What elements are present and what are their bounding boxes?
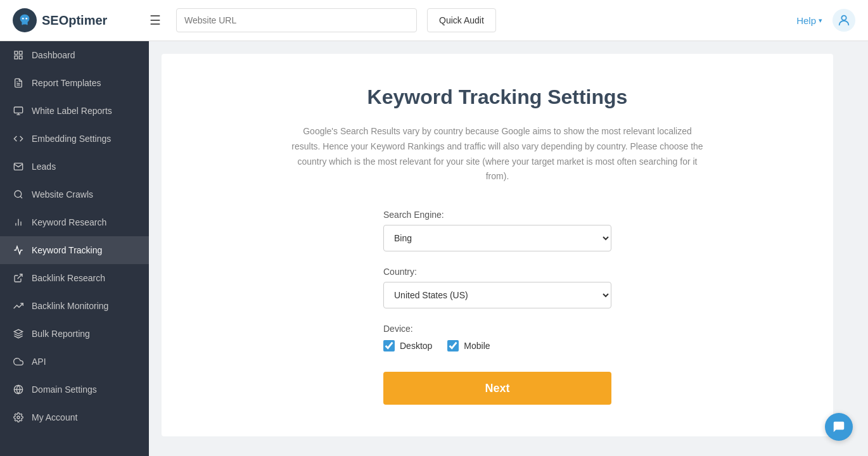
device-checkbox-desktop[interactable] bbox=[383, 340, 395, 352]
svg-rect-5 bbox=[15, 56, 18, 59]
logo-text: SEOptimer bbox=[42, 13, 107, 28]
sidebar-item-label-white-label-reports: White Label Reports bbox=[32, 106, 112, 116]
logo-icon bbox=[13, 8, 37, 32]
device-label: Device: bbox=[383, 324, 611, 334]
page-title: Keyword Tracking Settings bbox=[187, 86, 808, 109]
globe-icon bbox=[13, 384, 24, 395]
sidebar-item-dashboard[interactable]: Dashboard bbox=[0, 41, 149, 69]
svg-point-21 bbox=[17, 416, 20, 419]
grid-icon bbox=[13, 49, 24, 61]
svg-marker-18 bbox=[14, 329, 22, 334]
sidebar-item-website-crawls[interactable]: Website Crawls bbox=[0, 180, 149, 208]
next-button[interactable]: Next bbox=[383, 372, 611, 405]
sidebar-item-backlink-monitoring[interactable]: Backlink Monitoring bbox=[0, 292, 149, 320]
device-options: DesktopMobile bbox=[383, 340, 611, 352]
sidebar-item-label-leads: Leads bbox=[32, 162, 56, 172]
settings-form: Search Engine: GoogleBingYahoo Country: … bbox=[383, 210, 611, 405]
activity-icon bbox=[13, 244, 24, 256]
quick-audit-button[interactable]: Quick Audit bbox=[427, 8, 496, 32]
device-option-mobile[interactable]: Mobile bbox=[447, 340, 490, 352]
sidebar-item-domain-settings[interactable]: Domain Settings bbox=[0, 376, 149, 403]
main-content: Keyword Tracking Settings Google's Searc… bbox=[149, 41, 868, 456]
search-engine-select[interactable]: GoogleBingYahoo bbox=[383, 225, 611, 251]
sidebar-item-label-api: API bbox=[32, 357, 46, 367]
sidebar-item-label-backlink-research: Backlink Research bbox=[32, 273, 105, 283]
sidebar-item-label-backlink-monitoring: Backlink Monitoring bbox=[32, 301, 108, 311]
sidebar-item-keyword-tracking[interactable]: Keyword Tracking bbox=[0, 236, 149, 264]
svg-line-17 bbox=[18, 274, 22, 279]
device-checkbox-mobile[interactable] bbox=[447, 340, 459, 352]
country-group: Country: United States (US)United Kingdo… bbox=[383, 267, 611, 308]
svg-point-0 bbox=[22, 18, 24, 20]
layout: DashboardReport TemplatesWhite Label Rep… bbox=[0, 41, 868, 456]
sidebar-item-my-account[interactable]: My Account bbox=[0, 403, 149, 431]
sidebar-item-embedding-settings[interactable]: Embedding Settings bbox=[0, 125, 149, 153]
monitor-icon bbox=[13, 105, 24, 117]
search-engine-label: Search Engine: bbox=[383, 210, 611, 220]
header-right: Help ▾ bbox=[796, 9, 855, 32]
svg-point-2 bbox=[841, 16, 846, 20]
device-group: Device: DesktopMobile bbox=[383, 324, 611, 352]
layers-icon bbox=[13, 328, 24, 339]
sidebar: DashboardReport TemplatesWhite Label Rep… bbox=[0, 41, 149, 456]
sidebar-item-report-templates[interactable]: Report Templates bbox=[0, 69, 149, 97]
sidebar-item-label-dashboard: Dashboard bbox=[32, 50, 75, 60]
svg-point-1 bbox=[25, 18, 27, 20]
help-button[interactable]: Help ▾ bbox=[796, 15, 822, 26]
svg-rect-3 bbox=[15, 51, 18, 54]
sidebar-item-label-my-account: My Account bbox=[32, 412, 77, 422]
logo: SEOptimer bbox=[13, 8, 139, 32]
file-text-icon bbox=[13, 77, 24, 89]
mail-icon bbox=[13, 161, 24, 172]
svg-line-13 bbox=[20, 196, 22, 198]
sidebar-item-white-label-reports[interactable]: White Label Reports bbox=[0, 97, 149, 125]
header: SEOptimer ☰ Quick Audit Help ▾ bbox=[0, 0, 868, 41]
device-option-desktop[interactable]: Desktop bbox=[383, 340, 432, 352]
help-chevron-icon: ▾ bbox=[819, 16, 822, 25]
sidebar-item-label-keyword-research: Keyword Research bbox=[32, 217, 106, 227]
hamburger-menu[interactable]: ☰ bbox=[150, 13, 161, 28]
sidebar-item-label-bulk-reporting: Bulk Reporting bbox=[32, 329, 90, 339]
user-avatar[interactable] bbox=[833, 9, 855, 32]
sidebar-item-label-website-crawls: Website Crawls bbox=[32, 189, 93, 200]
trending-up-icon bbox=[13, 300, 24, 312]
country-select[interactable]: United States (US)United Kingdom (UK)Can… bbox=[383, 282, 611, 308]
search-engine-group: Search Engine: GoogleBingYahoo bbox=[383, 210, 611, 251]
sidebar-item-keyword-research[interactable]: Keyword Research bbox=[0, 208, 149, 236]
sidebar-item-label-domain-settings: Domain Settings bbox=[32, 384, 97, 395]
sidebar-item-backlink-research[interactable]: Backlink Research bbox=[0, 264, 149, 292]
search-icon bbox=[13, 189, 24, 200]
cloud-icon bbox=[13, 356, 24, 367]
settings-icon bbox=[13, 412, 24, 423]
page-description: Google's Search Results vary by country … bbox=[288, 124, 706, 184]
sidebar-item-api[interactable]: API bbox=[0, 348, 149, 376]
content-card: Keyword Tracking Settings Google's Searc… bbox=[162, 54, 833, 436]
device-label-desktop: Desktop bbox=[400, 341, 432, 351]
device-label-mobile: Mobile bbox=[464, 341, 490, 351]
sidebar-item-label-embedding-settings: Embedding Settings bbox=[32, 134, 111, 144]
svg-point-12 bbox=[15, 191, 22, 198]
country-label: Country: bbox=[383, 267, 611, 277]
external-link-icon bbox=[13, 272, 24, 284]
sidebar-item-bulk-reporting[interactable]: Bulk Reporting bbox=[0, 320, 149, 348]
chat-bubble[interactable] bbox=[825, 413, 853, 441]
bar-chart-icon bbox=[13, 217, 24, 228]
url-input[interactable] bbox=[176, 8, 417, 32]
svg-rect-9 bbox=[14, 107, 22, 113]
code-icon bbox=[13, 133, 24, 144]
sidebar-item-leads[interactable]: Leads bbox=[0, 153, 149, 180]
sidebar-item-label-report-templates: Report Templates bbox=[32, 78, 101, 88]
sidebar-item-label-keyword-tracking: Keyword Tracking bbox=[32, 245, 102, 255]
svg-rect-6 bbox=[19, 56, 22, 59]
svg-rect-4 bbox=[19, 51, 22, 54]
